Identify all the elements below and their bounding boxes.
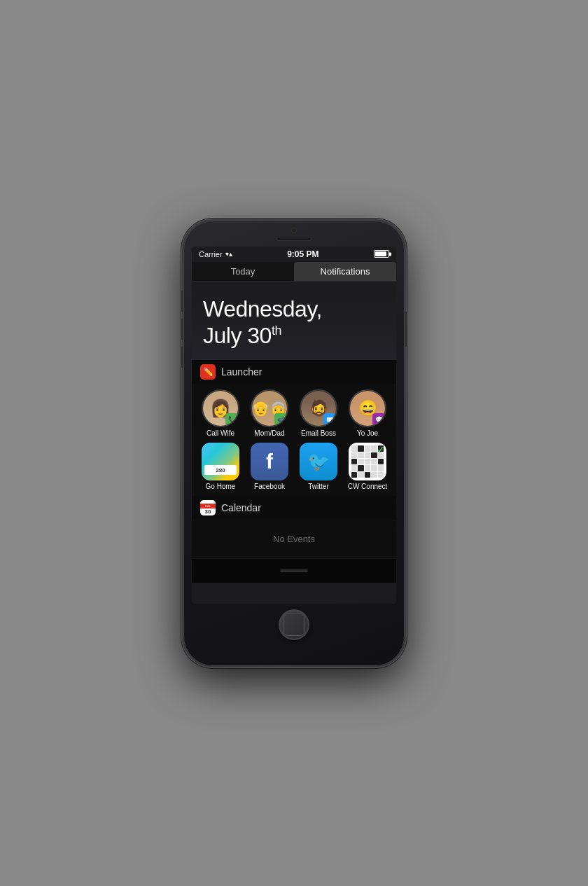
screen-bottom [192, 558, 396, 583]
mail-badge: ✉️ [323, 413, 336, 426]
home-button[interactable] [279, 609, 309, 640]
maps-icon: 280 [202, 443, 239, 480]
phone-bottom [183, 604, 405, 649]
facetime-badge: 📹 [274, 413, 287, 426]
status-bar: Carrier ▾▴ 9:05 PM [192, 247, 396, 262]
app-go-home[interactable]: 280 Go Home [199, 443, 242, 490]
cal-header-strip: CAL [200, 504, 216, 508]
contact-email-boss[interactable]: 🧔 ✉️ Email Boss [297, 389, 340, 437]
apps-grid: 280 Go Home f Facebook 🐦 Twitter [192, 443, 396, 496]
home-indicator [280, 569, 308, 572]
phone-device: Carrier ▾▴ 9:05 PM Today Notifications W… [182, 219, 406, 667]
contacts-grid: 👩 📞 Call Wife 👴👵 📹 Mom/Dad 🧔 ✉️ [192, 384, 396, 443]
calendar-title: Calendar [221, 502, 261, 513]
launcher-header: ✏️ Launcher [192, 360, 396, 384]
twitter-icon: 🐦 [300, 443, 337, 480]
yojoe-avatar: 😄 💬 [349, 389, 386, 427]
contact-momdad[interactable]: 👴👵 📹 Mom/Dad [248, 389, 291, 437]
cw-connect-label: CW Connect [348, 483, 388, 490]
status-left: Carrier ▾▴ [199, 250, 232, 258]
status-right [374, 250, 389, 258]
calendar-header: CAL 30 Calendar [192, 496, 396, 520]
launcher-icon: ✏️ [200, 364, 216, 380]
no-events-text: No Events [192, 520, 396, 558]
cal-body: 30 [205, 508, 211, 515]
twitter-label: Twitter [308, 483, 328, 490]
tab-today[interactable]: Today [192, 262, 294, 281]
camera [291, 228, 297, 233]
boss-avatar: 🧔 ✉️ [300, 389, 337, 427]
momdad-avatar: 👴👵 📹 [251, 389, 288, 427]
facebook-label: Facebook [254, 483, 285, 490]
calendar-section: No Events [192, 520, 396, 558]
go-home-label: Go Home [206, 483, 236, 490]
speaker [276, 237, 312, 241]
battery-icon [374, 250, 389, 258]
call-wife-avatar: 👩 📞 [202, 389, 239, 427]
carrier-label: Carrier [199, 250, 223, 258]
phone-screen: Carrier ▾▴ 9:05 PM Today Notifications W… [192, 247, 396, 604]
message-badge: 💬 [372, 413, 385, 426]
phone-top [183, 221, 405, 241]
tab-bar: Today Notifications [192, 262, 396, 282]
app-facebook[interactable]: f Facebook [248, 443, 291, 490]
contact-call-wife[interactable]: 👩 📞 Call Wife [199, 389, 242, 437]
date-display: Wednesday, July 30th [203, 296, 385, 349]
time-display: 9:05 PM [287, 249, 318, 259]
launcher-title: Launcher [221, 366, 262, 378]
call-wife-label: Call Wife [206, 429, 234, 437]
home-button-inner [283, 614, 305, 636]
facebook-icon: f [251, 443, 288, 480]
app-cw-connect[interactable]: ✓ CW Connect [346, 443, 389, 490]
momdad-label: Mom/Dad [254, 429, 284, 437]
calendar-icon: CAL 30 [200, 500, 216, 515]
yo-joe-label: Yo Joe [357, 429, 378, 437]
tab-notifications[interactable]: Notifications [294, 262, 396, 281]
contact-yo-joe[interactable]: 😄 💬 Yo Joe [346, 389, 389, 437]
maps-road: 280 [204, 465, 237, 475]
email-boss-label: Email Boss [301, 429, 336, 437]
crossword-icon: ✓ [349, 443, 386, 480]
battery-fill [375, 251, 386, 256]
date-area: Wednesday, July 30th [192, 282, 396, 361]
phone-badge: 📞 [225, 413, 238, 426]
wifi-icon: ▾▴ [225, 250, 232, 258]
app-twitter[interactable]: 🐦 Twitter [297, 443, 340, 490]
